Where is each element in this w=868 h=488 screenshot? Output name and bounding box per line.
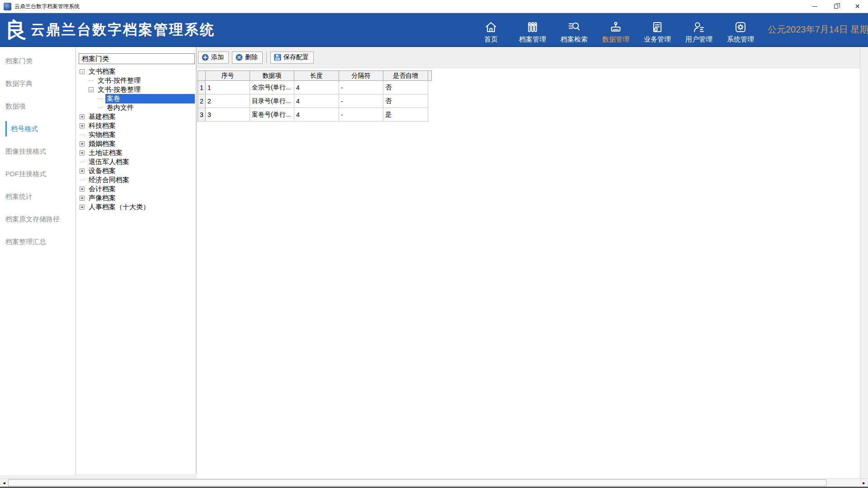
tree-item[interactable]: 实物档案: [79, 130, 195, 139]
scroll-left-arrow[interactable]: ◄: [0, 479, 8, 487]
expand-box-icon[interactable]: +: [80, 150, 85, 155]
tree-item[interactable]: 卷内文件: [79, 103, 195, 112]
tree-item[interactable]: 经济合同档案: [79, 175, 195, 184]
table-row[interactable]: 33案卷号(单行...4-是: [198, 108, 432, 122]
tree-item[interactable]: +人事档案（十大类）: [79, 202, 195, 211]
nav-item-archive[interactable]: 档案管理: [512, 19, 553, 44]
expand-box-icon[interactable]: +: [80, 187, 85, 192]
sidebar-item-image-link-format[interactable]: 图像挂接格式: [0, 140, 75, 163]
expand-box-icon[interactable]: +: [80, 196, 85, 201]
table-cell[interactable]: 否: [383, 81, 428, 94]
sidebar-item-data-items[interactable]: 数据项: [0, 95, 75, 117]
horizontal-scroll-thumb[interactable]: [8, 479, 826, 486]
table-cell[interactable]: 目录号(单行...: [250, 94, 294, 108]
row-header[interactable]: 2: [198, 94, 206, 108]
delete-button[interactable]: 删除: [232, 52, 263, 64]
sidebar-item-original-storage-path[interactable]: 档案原文存储路径: [0, 208, 75, 230]
nav-item-users[interactable]: 用户管理: [678, 19, 720, 44]
sidebar-item-archive-categories[interactable]: 档案门类: [0, 50, 75, 72]
tree-item-label[interactable]: 文书-按件整理: [96, 76, 142, 85]
nav-item-business[interactable]: 业务管理: [637, 19, 678, 44]
horizontal-scroll-track[interactable]: [826, 479, 860, 487]
tree-item-label[interactable]: 土地证档案: [87, 148, 124, 158]
column-header[interactable]: 序号: [206, 70, 250, 81]
close-button[interactable]: ✕: [847, 0, 868, 13]
users-icon: [692, 19, 706, 34]
tree-item[interactable]: -文书档案: [79, 67, 195, 76]
close-icon: ✕: [855, 3, 860, 9]
column-header[interactable]: 是否自增: [383, 70, 428, 81]
table-cell[interactable]: 1: [206, 81, 250, 94]
sidebar-item-archive-statistics[interactable]: 档案统计: [0, 185, 75, 208]
tree-item-label[interactable]: 经济合同档案: [87, 175, 131, 185]
nav-item-search[interactable]: 档案检索: [553, 19, 595, 44]
table-cell[interactable]: 3: [206, 108, 250, 122]
vertical-scrollbar[interactable]: [860, 47, 868, 479]
tree-item-label[interactable]: 声像档案: [87, 193, 117, 203]
table-cell[interactable]: 4: [294, 81, 339, 94]
expand-box-icon[interactable]: +: [80, 114, 85, 119]
restore-button[interactable]: [826, 0, 847, 13]
nav-item-data[interactable]: 数据管理: [595, 19, 637, 44]
tree-item[interactable]: 退伍军人档案: [79, 157, 195, 166]
minimize-button[interactable]: [804, 0, 826, 13]
tree-item[interactable]: +土地证档案: [79, 148, 195, 157]
nav-item-home[interactable]: 首页: [470, 19, 512, 44]
expand-box-icon[interactable]: +: [80, 169, 85, 174]
row-header[interactable]: 1: [198, 81, 206, 94]
tree-item[interactable]: 案卷: [79, 94, 195, 103]
tree-item[interactable]: +设备档案: [79, 166, 195, 175]
add-button[interactable]: 添加: [198, 52, 229, 64]
tree-item[interactable]: +科技档案: [79, 121, 195, 130]
plus-circle-icon: [202, 54, 209, 61]
nav-item-system[interactable]: 系统管理: [720, 19, 761, 44]
column-header[interactable]: 长度: [294, 70, 339, 81]
column-header[interactable]: 数据项: [250, 70, 294, 81]
row-header[interactable]: 3: [198, 108, 206, 122]
save-button[interactable]: 保存配置: [270, 52, 314, 64]
tree-item[interactable]: +会计档案: [79, 184, 195, 193]
table-cell[interactable]: 全宗号(单行...: [250, 81, 294, 94]
tree-item-label[interactable]: 卷内文件: [105, 103, 135, 113]
tree-item-label[interactable]: 基建档案: [87, 112, 117, 122]
tree-item-label[interactable]: 设备档案: [87, 166, 117, 176]
sidebar-item-pdf-link-format[interactable]: PDF挂接格式: [0, 163, 75, 185]
tree-item-label[interactable]: 案卷: [105, 94, 195, 103]
table-cell[interactable]: 2: [206, 94, 250, 108]
expand-box-icon[interactable]: +: [80, 205, 85, 210]
sidebar-item-archive-summary[interactable]: 档案整理汇总: [0, 230, 75, 253]
table-row[interactable]: 11全宗号(单行...4-否: [198, 81, 432, 94]
tree-item-label[interactable]: 文书档案: [87, 67, 117, 76]
sidebar-item-archive-no-format[interactable]: 档号格式: [0, 117, 75, 140]
table-cell[interactable]: 是: [383, 108, 428, 122]
expand-box-icon[interactable]: +: [80, 123, 85, 128]
tree-item-label[interactable]: 科技档案: [87, 121, 117, 131]
tree-item-label[interactable]: 退伍军人档案: [87, 157, 131, 167]
collapse-box-icon[interactable]: -: [89, 87, 94, 92]
tree-item-label[interactable]: 实物档案: [87, 130, 117, 140]
collapse-box-icon[interactable]: -: [80, 69, 85, 74]
column-header[interactable]: 分隔符: [339, 70, 383, 81]
table-cell[interactable]: -: [339, 94, 383, 108]
table-cell[interactable]: 4: [294, 108, 339, 122]
tree-item[interactable]: -文书-按卷整理: [79, 85, 195, 94]
tree-item-label[interactable]: 婚姻档案: [87, 139, 117, 149]
tree-item[interactable]: +基建档案: [79, 112, 195, 121]
nav-label: 首页: [484, 35, 498, 44]
table-cell[interactable]: 案卷号(单行...: [250, 108, 294, 122]
tree-item-label[interactable]: 会计档案: [87, 184, 117, 194]
table-cell[interactable]: -: [339, 108, 383, 122]
table-cell[interactable]: 否: [383, 94, 428, 108]
table-cell[interactable]: -: [339, 81, 383, 94]
sidebar-item-data-dictionary[interactable]: 数据字典: [0, 72, 75, 95]
header-date: 公元2023年7月14日 星期五: [761, 23, 868, 36]
scroll-right-arrow[interactable]: ►: [860, 479, 868, 487]
expand-box-icon[interactable]: +: [80, 141, 85, 146]
tree-item[interactable]: +声像档案: [79, 193, 195, 202]
table-cell[interactable]: 4: [294, 94, 339, 108]
table-row[interactable]: 22目录号(单行...4-否: [198, 94, 432, 108]
tree-item[interactable]: +婚姻档案: [79, 139, 195, 148]
tree-item-label[interactable]: 人事档案（十大类）: [87, 202, 151, 212]
tree-item-label[interactable]: 文书-按卷整理: [96, 85, 142, 94]
tree-item[interactable]: 文书-按件整理: [79, 76, 195, 85]
